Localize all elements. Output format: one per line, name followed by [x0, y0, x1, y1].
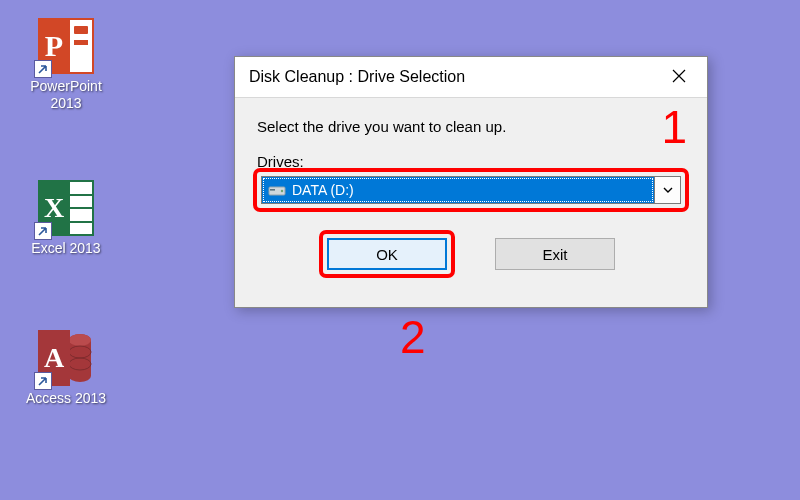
- drive-icon: [268, 183, 286, 197]
- excel-icon: X: [38, 180, 94, 236]
- drive-select[interactable]: DATA (D:): [261, 176, 681, 204]
- powerpoint-icon: P: [38, 18, 94, 74]
- titlebar[interactable]: Disk Cleanup : Drive Selection: [235, 57, 707, 97]
- desktop-icon-label: Excel 2013: [16, 240, 116, 257]
- dialog-buttons: OK Exit: [257, 234, 685, 274]
- close-button[interactable]: [651, 57, 707, 97]
- desktop-icon-excel[interactable]: X Excel 2013: [16, 180, 116, 257]
- close-icon: [672, 67, 686, 88]
- dialog-title: Disk Cleanup : Drive Selection: [249, 68, 651, 86]
- ok-button[interactable]: OK: [327, 238, 447, 270]
- access-icon: A: [38, 330, 94, 386]
- chevron-down-icon[interactable]: [654, 177, 680, 203]
- drives-label: Drives:: [257, 153, 685, 170]
- shortcut-arrow-icon: [34, 372, 52, 390]
- drive-select-text: DATA (D:): [292, 182, 354, 198]
- instruction-text: Select the drive you want to clean up.: [257, 118, 685, 135]
- disk-cleanup-dialog: Disk Cleanup : Drive Selection Select th…: [234, 56, 708, 308]
- shortcut-arrow-icon: [34, 60, 52, 78]
- drive-select-value: DATA (D:): [262, 177, 654, 203]
- desktop-icon-powerpoint[interactable]: P PowerPoint 2013: [16, 18, 116, 112]
- annotation-number-2: 2: [400, 310, 426, 364]
- dialog-body: Select the drive you want to clean up. D…: [235, 97, 707, 307]
- exit-button[interactable]: Exit: [495, 238, 615, 270]
- svg-point-6: [281, 190, 283, 192]
- desktop-icon-label: PowerPoint 2013: [16, 78, 116, 112]
- svg-point-1: [70, 334, 91, 346]
- desktop-icon-access[interactable]: A Access 2013: [16, 330, 116, 407]
- shortcut-arrow-icon: [34, 222, 52, 240]
- svg-rect-5: [270, 189, 275, 191]
- desktop-icon-label: Access 2013: [16, 390, 116, 407]
